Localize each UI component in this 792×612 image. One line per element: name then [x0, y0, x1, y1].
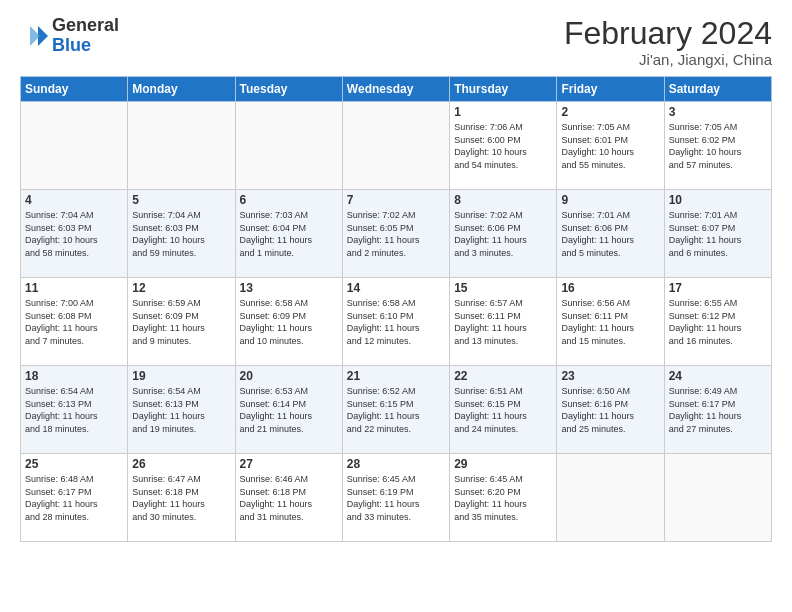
- table-row: 29Sunrise: 6:45 AM Sunset: 6:20 PM Dayli…: [450, 454, 557, 542]
- day-info: Sunrise: 6:58 AM Sunset: 6:10 PM Dayligh…: [347, 297, 445, 347]
- table-row: [342, 102, 449, 190]
- table-row: 5Sunrise: 7:04 AM Sunset: 6:03 PM Daylig…: [128, 190, 235, 278]
- logo-text: General Blue: [52, 16, 119, 56]
- header: General Blue February 2024 Ji'an, Jiangx…: [20, 16, 772, 68]
- day-number: 23: [561, 369, 659, 383]
- day-number: 27: [240, 457, 338, 471]
- table-row: 20Sunrise: 6:53 AM Sunset: 6:14 PM Dayli…: [235, 366, 342, 454]
- table-row: 23Sunrise: 6:50 AM Sunset: 6:16 PM Dayli…: [557, 366, 664, 454]
- day-number: 10: [669, 193, 767, 207]
- table-row: 26Sunrise: 6:47 AM Sunset: 6:18 PM Dayli…: [128, 454, 235, 542]
- calendar-week-row: 1Sunrise: 7:06 AM Sunset: 6:00 PM Daylig…: [21, 102, 772, 190]
- table-row: 24Sunrise: 6:49 AM Sunset: 6:17 PM Dayli…: [664, 366, 771, 454]
- table-row: [235, 102, 342, 190]
- table-row: [557, 454, 664, 542]
- page: General Blue February 2024 Ji'an, Jiangx…: [0, 0, 792, 612]
- table-row: [21, 102, 128, 190]
- calendar-table: Sunday Monday Tuesday Wednesday Thursday…: [20, 76, 772, 542]
- day-number: 3: [669, 105, 767, 119]
- day-number: 15: [454, 281, 552, 295]
- day-number: 25: [25, 457, 123, 471]
- day-number: 16: [561, 281, 659, 295]
- calendar-week-row: 18Sunrise: 6:54 AM Sunset: 6:13 PM Dayli…: [21, 366, 772, 454]
- calendar-week-row: 11Sunrise: 7:00 AM Sunset: 6:08 PM Dayli…: [21, 278, 772, 366]
- col-wednesday: Wednesday: [342, 77, 449, 102]
- day-number: 20: [240, 369, 338, 383]
- calendar-week-row: 4Sunrise: 7:04 AM Sunset: 6:03 PM Daylig…: [21, 190, 772, 278]
- day-info: Sunrise: 6:55 AM Sunset: 6:12 PM Dayligh…: [669, 297, 767, 347]
- title-block: February 2024 Ji'an, Jiangxi, China: [564, 16, 772, 68]
- table-row: [664, 454, 771, 542]
- day-info: Sunrise: 7:00 AM Sunset: 6:08 PM Dayligh…: [25, 297, 123, 347]
- day-number: 5: [132, 193, 230, 207]
- day-number: 22: [454, 369, 552, 383]
- col-monday: Monday: [128, 77, 235, 102]
- month-title: February 2024: [564, 16, 772, 51]
- day-number: 9: [561, 193, 659, 207]
- day-number: 11: [25, 281, 123, 295]
- table-row: 25Sunrise: 6:48 AM Sunset: 6:17 PM Dayli…: [21, 454, 128, 542]
- day-info: Sunrise: 7:02 AM Sunset: 6:06 PM Dayligh…: [454, 209, 552, 259]
- day-info: Sunrise: 7:01 AM Sunset: 6:06 PM Dayligh…: [561, 209, 659, 259]
- table-row: 19Sunrise: 6:54 AM Sunset: 6:13 PM Dayli…: [128, 366, 235, 454]
- col-saturday: Saturday: [664, 77, 771, 102]
- table-row: 13Sunrise: 6:58 AM Sunset: 6:09 PM Dayli…: [235, 278, 342, 366]
- day-info: Sunrise: 6:48 AM Sunset: 6:17 PM Dayligh…: [25, 473, 123, 523]
- day-info: Sunrise: 7:06 AM Sunset: 6:00 PM Dayligh…: [454, 121, 552, 171]
- day-number: 17: [669, 281, 767, 295]
- table-row: 1Sunrise: 7:06 AM Sunset: 6:00 PM Daylig…: [450, 102, 557, 190]
- table-row: 16Sunrise: 6:56 AM Sunset: 6:11 PM Dayli…: [557, 278, 664, 366]
- day-info: Sunrise: 6:45 AM Sunset: 6:20 PM Dayligh…: [454, 473, 552, 523]
- day-number: 7: [347, 193, 445, 207]
- table-row: 4Sunrise: 7:04 AM Sunset: 6:03 PM Daylig…: [21, 190, 128, 278]
- table-row: 28Sunrise: 6:45 AM Sunset: 6:19 PM Dayli…: [342, 454, 449, 542]
- day-number: 28: [347, 457, 445, 471]
- table-row: 17Sunrise: 6:55 AM Sunset: 6:12 PM Dayli…: [664, 278, 771, 366]
- day-number: 29: [454, 457, 552, 471]
- calendar-week-row: 25Sunrise: 6:48 AM Sunset: 6:17 PM Dayli…: [21, 454, 772, 542]
- logo-general: General: [52, 15, 119, 35]
- day-number: 26: [132, 457, 230, 471]
- table-row: 15Sunrise: 6:57 AM Sunset: 6:11 PM Dayli…: [450, 278, 557, 366]
- logo-blue: Blue: [52, 35, 91, 55]
- day-number: 14: [347, 281, 445, 295]
- day-info: Sunrise: 6:50 AM Sunset: 6:16 PM Dayligh…: [561, 385, 659, 435]
- day-number: 4: [25, 193, 123, 207]
- day-info: Sunrise: 6:52 AM Sunset: 6:15 PM Dayligh…: [347, 385, 445, 435]
- day-info: Sunrise: 7:03 AM Sunset: 6:04 PM Dayligh…: [240, 209, 338, 259]
- day-number: 6: [240, 193, 338, 207]
- col-tuesday: Tuesday: [235, 77, 342, 102]
- table-row: 11Sunrise: 7:00 AM Sunset: 6:08 PM Dayli…: [21, 278, 128, 366]
- day-number: 2: [561, 105, 659, 119]
- day-info: Sunrise: 6:49 AM Sunset: 6:17 PM Dayligh…: [669, 385, 767, 435]
- day-info: Sunrise: 7:05 AM Sunset: 6:02 PM Dayligh…: [669, 121, 767, 171]
- day-number: 19: [132, 369, 230, 383]
- day-number: 13: [240, 281, 338, 295]
- calendar-header-row: Sunday Monday Tuesday Wednesday Thursday…: [21, 77, 772, 102]
- day-number: 21: [347, 369, 445, 383]
- day-info: Sunrise: 6:51 AM Sunset: 6:15 PM Dayligh…: [454, 385, 552, 435]
- day-number: 1: [454, 105, 552, 119]
- day-info: Sunrise: 6:47 AM Sunset: 6:18 PM Dayligh…: [132, 473, 230, 523]
- day-info: Sunrise: 6:57 AM Sunset: 6:11 PM Dayligh…: [454, 297, 552, 347]
- table-row: 21Sunrise: 6:52 AM Sunset: 6:15 PM Dayli…: [342, 366, 449, 454]
- location: Ji'an, Jiangxi, China: [564, 51, 772, 68]
- col-thursday: Thursday: [450, 77, 557, 102]
- logo: General Blue: [20, 16, 119, 56]
- table-row: 8Sunrise: 7:02 AM Sunset: 6:06 PM Daylig…: [450, 190, 557, 278]
- day-info: Sunrise: 7:04 AM Sunset: 6:03 PM Dayligh…: [132, 209, 230, 259]
- table-row: 14Sunrise: 6:58 AM Sunset: 6:10 PM Dayli…: [342, 278, 449, 366]
- day-info: Sunrise: 7:05 AM Sunset: 6:01 PM Dayligh…: [561, 121, 659, 171]
- table-row: [128, 102, 235, 190]
- day-info: Sunrise: 7:02 AM Sunset: 6:05 PM Dayligh…: [347, 209, 445, 259]
- table-row: 7Sunrise: 7:02 AM Sunset: 6:05 PM Daylig…: [342, 190, 449, 278]
- table-row: 22Sunrise: 6:51 AM Sunset: 6:15 PM Dayli…: [450, 366, 557, 454]
- day-info: Sunrise: 6:46 AM Sunset: 6:18 PM Dayligh…: [240, 473, 338, 523]
- day-info: Sunrise: 6:53 AM Sunset: 6:14 PM Dayligh…: [240, 385, 338, 435]
- col-friday: Friday: [557, 77, 664, 102]
- table-row: 9Sunrise: 7:01 AM Sunset: 6:06 PM Daylig…: [557, 190, 664, 278]
- table-row: 2Sunrise: 7:05 AM Sunset: 6:01 PM Daylig…: [557, 102, 664, 190]
- day-number: 8: [454, 193, 552, 207]
- day-info: Sunrise: 6:56 AM Sunset: 6:11 PM Dayligh…: [561, 297, 659, 347]
- day-info: Sunrise: 7:04 AM Sunset: 6:03 PM Dayligh…: [25, 209, 123, 259]
